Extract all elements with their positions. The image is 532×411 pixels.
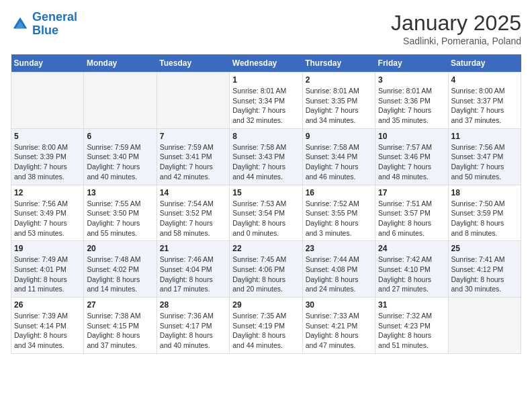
day-info: Sunrise: 7:48 AM Sunset: 4:02 PM Dayligh… [87,255,153,294]
calendar-cell: 15Sunrise: 7:53 AM Sunset: 3:54 PM Dayli… [230,185,302,241]
day-number: 15 [232,188,299,197]
page-header: General Blue January 2025 Sadlinki, Pome… [11,11,521,46]
calendar-cell: 24Sunrise: 7:42 AM Sunset: 4:10 PM Dayli… [375,241,448,298]
calendar-cell: 25Sunrise: 7:41 AM Sunset: 4:12 PM Dayli… [448,241,521,298]
day-info: Sunrise: 7:38 AM Sunset: 4:15 PM Dayligh… [87,311,153,351]
calendar-cell: 12Sunrise: 7:56 AM Sunset: 3:49 PM Dayli… [11,185,84,241]
day-info: Sunrise: 7:56 AM Sunset: 3:49 PM Dayligh… [14,199,81,238]
day-info: Sunrise: 8:00 AM Sunset: 3:37 PM Dayligh… [451,86,518,126]
day-number: 14 [160,188,226,197]
day-number: 24 [378,244,445,253]
calendar-cell: 5Sunrise: 8:00 AM Sunset: 3:39 PM Daylig… [11,128,84,185]
calendar-cell: 18Sunrise: 7:50 AM Sunset: 3:59 PM Dayli… [448,185,521,241]
calendar-cell [157,73,229,129]
day-info: Sunrise: 7:53 AM Sunset: 3:54 PM Dayligh… [232,199,299,238]
day-info: Sunrise: 7:54 AM Sunset: 3:52 PM Dayligh… [160,199,226,238]
calendar-body: 1Sunrise: 8:01 AM Sunset: 3:34 PM Daylig… [11,73,521,354]
weekday-row: SundayMondayTuesdayWednesdayThursdayFrid… [11,54,521,73]
day-info: Sunrise: 7:46 AM Sunset: 4:04 PM Dayligh… [160,255,226,294]
calendar-cell: 9Sunrise: 7:58 AM Sunset: 3:44 PM Daylig… [302,128,375,185]
calendar-cell: 17Sunrise: 7:51 AM Sunset: 3:57 PM Dayli… [375,185,448,241]
day-number: 21 [160,244,226,253]
calendar-cell: 10Sunrise: 7:57 AM Sunset: 3:46 PM Dayli… [375,128,448,185]
calendar-week-row: 1Sunrise: 8:01 AM Sunset: 3:34 PM Daylig… [11,73,521,129]
calendar-cell [11,73,84,129]
calendar-header: SundayMondayTuesdayWednesdayThursdayFrid… [11,54,521,73]
calendar-week-row: 19Sunrise: 7:49 AM Sunset: 4:01 PM Dayli… [11,241,521,298]
calendar-cell: 2Sunrise: 8:01 AM Sunset: 3:35 PM Daylig… [302,73,375,129]
day-info: Sunrise: 7:36 AM Sunset: 4:17 PM Dayligh… [160,311,226,351]
day-info: Sunrise: 7:56 AM Sunset: 3:47 PM Dayligh… [451,142,518,182]
day-number: 6 [87,132,153,141]
weekday-header: Monday [84,54,157,73]
logo-icon [11,15,30,34]
day-number: 29 [232,300,299,310]
day-info: Sunrise: 7:44 AM Sunset: 4:08 PM Dayligh… [306,255,372,294]
calendar-cell: 22Sunrise: 7:45 AM Sunset: 4:06 PM Dayli… [230,241,302,298]
calendar-cell: 6Sunrise: 7:59 AM Sunset: 3:40 PM Daylig… [84,128,157,185]
day-number: 1 [232,75,299,85]
title-block: January 2025 Sadlinki, Pomerania, Poland [391,11,521,46]
day-info: Sunrise: 8:01 AM Sunset: 3:34 PM Dayligh… [232,86,299,126]
month-title: January 2025 [391,11,521,36]
calendar-cell: 16Sunrise: 7:52 AM Sunset: 3:55 PM Dayli… [302,185,375,241]
day-info: Sunrise: 8:00 AM Sunset: 3:39 PM Dayligh… [14,142,81,182]
weekday-header: Wednesday [230,54,302,73]
day-number: 9 [306,132,372,141]
weekday-header: Friday [375,54,448,73]
day-info: Sunrise: 7:45 AM Sunset: 4:06 PM Dayligh… [232,255,299,294]
day-number: 3 [378,75,445,85]
day-info: Sunrise: 7:58 AM Sunset: 3:43 PM Dayligh… [232,142,299,182]
day-info: Sunrise: 7:32 AM Sunset: 4:23 PM Dayligh… [378,311,445,351]
calendar-cell: 14Sunrise: 7:54 AM Sunset: 3:52 PM Dayli… [157,185,229,241]
day-number: 8 [232,132,299,141]
day-info: Sunrise: 7:59 AM Sunset: 3:40 PM Dayligh… [87,142,153,182]
weekday-header: Tuesday [157,54,229,73]
day-number: 11 [451,132,518,141]
calendar-cell: 1Sunrise: 8:01 AM Sunset: 3:34 PM Daylig… [230,73,302,129]
day-number: 18 [451,188,518,197]
calendar-cell: 19Sunrise: 7:49 AM Sunset: 4:01 PM Dayli… [11,241,84,298]
day-number: 19 [14,244,81,253]
day-info: Sunrise: 8:01 AM Sunset: 3:36 PM Dayligh… [378,86,445,126]
calendar-cell [84,73,157,129]
calendar-week-row: 5Sunrise: 8:00 AM Sunset: 3:39 PM Daylig… [11,128,521,185]
day-info: Sunrise: 7:51 AM Sunset: 3:57 PM Dayligh… [378,199,445,238]
day-number: 7 [160,132,226,141]
calendar-cell: 8Sunrise: 7:58 AM Sunset: 3:43 PM Daylig… [230,128,302,185]
day-number: 23 [306,244,372,253]
calendar-cell: 3Sunrise: 8:01 AM Sunset: 3:36 PM Daylig… [375,73,448,129]
day-info: Sunrise: 7:42 AM Sunset: 4:10 PM Dayligh… [378,255,445,294]
day-number: 30 [306,300,372,310]
day-number: 20 [87,244,153,253]
calendar-cell: 30Sunrise: 7:33 AM Sunset: 4:21 PM Dayli… [302,298,375,354]
calendar-cell: 27Sunrise: 7:38 AM Sunset: 4:15 PM Dayli… [84,298,157,354]
day-info: Sunrise: 7:52 AM Sunset: 3:55 PM Dayligh… [306,199,372,238]
day-number: 25 [451,244,518,253]
logo: General Blue [11,11,77,38]
day-info: Sunrise: 7:59 AM Sunset: 3:41 PM Dayligh… [160,142,226,182]
calendar-table: SundayMondayTuesdayWednesdayThursdayFrid… [11,54,521,354]
day-number: 12 [14,188,81,197]
day-info: Sunrise: 7:57 AM Sunset: 3:46 PM Dayligh… [378,142,445,182]
day-info: Sunrise: 8:01 AM Sunset: 3:35 PM Dayligh… [306,86,372,126]
calendar-cell: 13Sunrise: 7:55 AM Sunset: 3:50 PM Dayli… [84,185,157,241]
day-number: 17 [378,188,445,197]
logo-line1: General [32,10,77,24]
weekday-header: Thursday [302,54,375,73]
calendar-cell: 28Sunrise: 7:36 AM Sunset: 4:17 PM Dayli… [157,298,229,354]
day-info: Sunrise: 7:35 AM Sunset: 4:19 PM Dayligh… [232,311,299,351]
calendar-cell: 21Sunrise: 7:46 AM Sunset: 4:04 PM Dayli… [157,241,229,298]
logo-text: General Blue [32,11,77,38]
logo-line2: Blue [32,24,58,37]
calendar-cell: 4Sunrise: 8:00 AM Sunset: 3:37 PM Daylig… [448,73,521,129]
day-info: Sunrise: 7:55 AM Sunset: 3:50 PM Dayligh… [87,199,153,238]
calendar-week-row: 26Sunrise: 7:39 AM Sunset: 4:14 PM Dayli… [11,298,521,354]
calendar-cell [448,298,521,354]
day-info: Sunrise: 7:58 AM Sunset: 3:44 PM Dayligh… [306,142,372,182]
day-info: Sunrise: 7:41 AM Sunset: 4:12 PM Dayligh… [451,255,518,294]
day-info: Sunrise: 7:49 AM Sunset: 4:01 PM Dayligh… [14,255,81,294]
location-subtitle: Sadlinki, Pomerania, Poland [391,36,521,46]
day-number: 4 [451,75,518,85]
weekday-header: Sunday [11,54,84,73]
